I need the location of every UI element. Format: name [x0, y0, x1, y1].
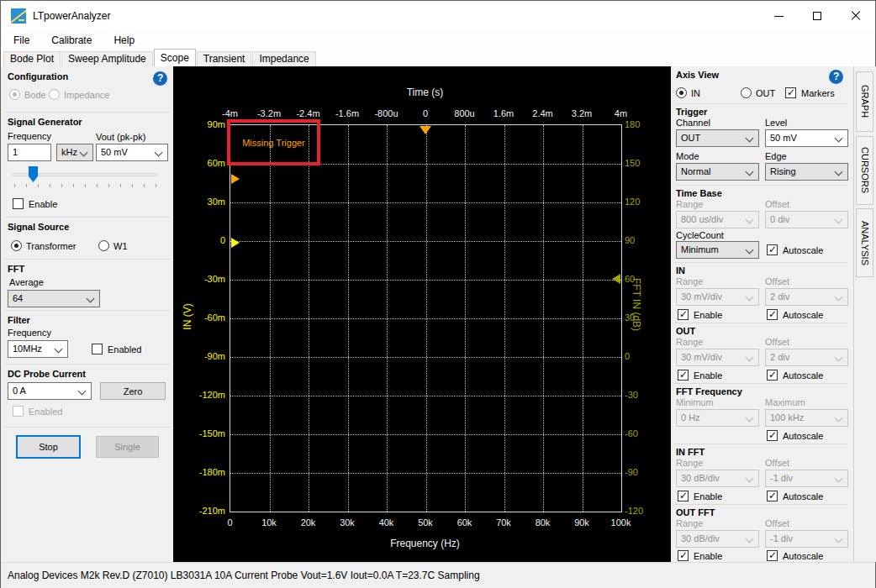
- trigger-edge-select[interactable]: Rising: [765, 163, 848, 181]
- side-tab-graph[interactable]: GRAPH: [856, 71, 873, 132]
- minimize-button[interactable]: [759, 1, 798, 31]
- time-tick-label: 1.6m: [493, 108, 514, 118]
- chevron-down-icon: [155, 149, 163, 157]
- out-fft-heading: OUT FFT: [676, 507, 715, 517]
- filter-frequency-select[interactable]: 10MHz: [8, 340, 68, 358]
- trigger-level-select[interactable]: 50 mV: [765, 129, 848, 147]
- frequency-label: Frequency: [8, 131, 51, 141]
- divider: [674, 444, 847, 444]
- radio-w1[interactable]: W1: [98, 240, 128, 251]
- tab-transient[interactable]: Transient: [197, 51, 252, 66]
- markers-checkbox[interactable]: Markers: [785, 87, 835, 98]
- radio-impedance[interactable]: Impedance: [49, 89, 109, 100]
- side-tab-cursors[interactable]: CURSORS: [856, 136, 873, 205]
- trigger-time-marker[interactable]: [420, 126, 431, 134]
- out-autoscale-checkbox[interactable]: Autoscale: [767, 370, 823, 381]
- app-window: LTpowerAnalyzer FileCalibrateHelp Bode P…: [0, 0, 876, 588]
- fft-tick-label: 30: [625, 312, 635, 323]
- maximize-button[interactable]: [798, 1, 836, 31]
- menu-item-help[interactable]: Help: [113, 34, 135, 46]
- checkbox-label: Enable: [694, 310, 722, 320]
- time-base-autoscale-checkbox[interactable]: Autoscale: [767, 244, 823, 255]
- fft-tick-label: -90: [625, 467, 638, 477]
- in-fft-enable-checkbox[interactable]: Enable: [678, 491, 722, 501]
- chevron-down-icon: [746, 134, 754, 143]
- trigger-channel-select[interactable]: OUT: [676, 129, 759, 147]
- grid-line: [230, 357, 621, 358]
- close-button[interactable]: [836, 1, 875, 31]
- in-enable-checkbox[interactable]: Enable: [678, 309, 722, 320]
- radio-impedance-label: Impedance: [64, 90, 109, 100]
- out-fft-autoscale-checkbox[interactable]: Autoscale: [767, 550, 823, 561]
- checkbox-label: Enabled: [29, 407, 62, 417]
- offset-label: Offset: [765, 337, 789, 347]
- trigger-level-marker[interactable]: [231, 174, 240, 184]
- frequency-tick-label: 90k: [574, 517, 589, 528]
- menu-item-file[interactable]: File: [13, 34, 29, 46]
- chevron-down-icon: [746, 475, 754, 483]
- checkbox-label: Enabled: [108, 344, 141, 354]
- filter-enabled-checkbox[interactable]: Enabled: [92, 344, 141, 354]
- scope-plot[interactable]: Time (s) Frequency (Hz) IN (V) FFT IN (d…: [173, 66, 671, 562]
- axis-view-help-icon[interactable]: [829, 70, 843, 84]
- radio-axis-out[interactable]: OUT: [741, 87, 775, 98]
- chevron-down-icon: [746, 293, 754, 302]
- frequency-axis-title: Frequency (Hz): [230, 538, 620, 549]
- divider: [4, 310, 170, 311]
- divider: [674, 262, 847, 263]
- frequency-input[interactable]: 1: [8, 144, 51, 161]
- title-bar: LTpowerAnalyzer: [1, 1, 875, 31]
- tab-sweep-amplitude[interactable]: Sweep Amplitude: [61, 51, 153, 66]
- status-bar: Analog Devices M2k Rev.D (Z7010) LB3031A…: [1, 562, 875, 588]
- tab-impedance[interactable]: Impedance: [252, 51, 315, 66]
- checkbox-box: [678, 550, 689, 561]
- generator-enable-checkbox[interactable]: Enable: [13, 198, 57, 209]
- frequency-slider-thumb[interactable]: [29, 166, 38, 182]
- tab-scope[interactable]: Scope: [154, 49, 196, 66]
- configuration-help-icon[interactable]: [153, 71, 167, 86]
- in-fft-autoscale-checkbox[interactable]: Autoscale: [767, 491, 823, 501]
- window-title: LTpowerAnalyzer: [33, 10, 110, 22]
- chevron-down-icon: [746, 354, 754, 362]
- radio-bode[interactable]: Bode: [9, 89, 46, 100]
- in-autoscale-checkbox[interactable]: Autoscale: [767, 309, 823, 320]
- time-tick-label: -1.6m: [335, 108, 359, 118]
- side-tab-analysis[interactable]: ANALYSIS: [856, 208, 873, 277]
- vout-select[interactable]: 50 mV: [96, 144, 168, 161]
- tab-bode-plot[interactable]: Bode Plot: [3, 51, 61, 66]
- single-button: Single: [96, 436, 159, 458]
- signal-generator-heading: Signal Generator: [8, 117, 82, 127]
- in-tick-label: 30m: [177, 197, 225, 207]
- time-tick-label: -3.2m: [257, 108, 281, 118]
- checkbox-label: Autoscale: [783, 491, 823, 501]
- fft-offset-marker[interactable]: [612, 274, 620, 284]
- time-tick-label: 4m: [615, 108, 627, 118]
- radio-transformer[interactable]: Transformer: [11, 240, 77, 251]
- time-tick-label: -2.4m: [296, 108, 319, 118]
- cyclecount-select[interactable]: Minimum: [676, 241, 759, 259]
- radio-w1-label: W1: [113, 241, 128, 251]
- time-tick-label: 0: [423, 108, 428, 118]
- frequency-unit-select[interactable]: kHz: [56, 144, 93, 161]
- frequency-tick-label: 50k: [418, 517, 433, 528]
- dc-probe-current-select[interactable]: 0 A: [8, 382, 92, 400]
- trigger-mode-select[interactable]: Normal: [676, 163, 759, 181]
- out-enable-checkbox[interactable]: Enable: [678, 370, 722, 381]
- fft-tick-label: -30: [625, 390, 638, 400]
- checkbox-box: [13, 198, 24, 209]
- fft-average-select[interactable]: 64: [8, 290, 100, 307]
- radio-axis-in[interactable]: IN: [676, 87, 700, 98]
- fft-tick-label: 60: [625, 274, 635, 284]
- fft-frequency-autoscale-checkbox[interactable]: Autoscale: [767, 430, 823, 441]
- menu-item-calibrate[interactable]: Calibrate: [51, 34, 92, 46]
- zero-button[interactable]: Zero: [100, 382, 166, 400]
- offset-label: Offset: [765, 199, 789, 209]
- out-fft-enable-checkbox[interactable]: Enable: [678, 550, 722, 561]
- divider: [4, 217, 170, 218]
- stop-button[interactable]: Stop: [16, 435, 81, 459]
- divider: [4, 259, 170, 260]
- range-label: Range: [676, 276, 703, 286]
- configuration-heading: Configuration: [8, 71, 68, 81]
- cyclecount-label: CycleCount: [676, 230, 724, 240]
- in-zero-marker[interactable]: [231, 238, 240, 248]
